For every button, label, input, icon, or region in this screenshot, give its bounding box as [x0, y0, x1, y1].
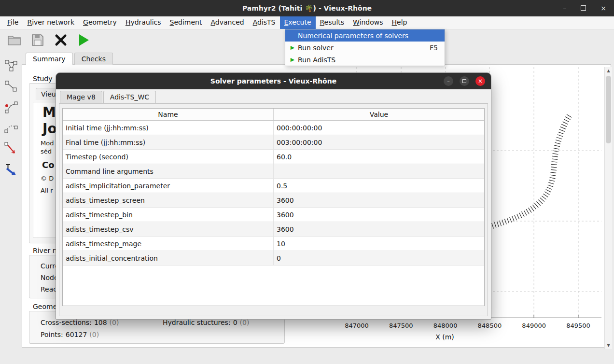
table-row[interactable]: Timestep (second)60.0 [63, 150, 484, 164]
param-name-cell: Command line arguments [63, 164, 274, 179]
dialog-maximize-icon[interactable] [460, 76, 469, 86]
param-name-cell: Initial time (jj:hh:mm:ss) [63, 121, 274, 135]
tab-checks[interactable]: Checks [74, 53, 113, 65]
params-table-body: Initial time (jj:hh:mm:ss)000:00:00:00Fi… [63, 121, 484, 266]
table-row[interactable]: Initial time (jj:hh:mm:ss)000:00:00:00 [63, 121, 484, 135]
menubar-item-results[interactable]: Results [316, 16, 349, 29]
x-tick-label: 849500 [566, 322, 590, 329]
menubar-item-advanced[interactable]: Advanced [206, 16, 248, 29]
run-icon[interactable] [76, 32, 92, 48]
maximize-icon[interactable] [581, 5, 586, 12]
dialog-window-controls: – × [444, 76, 485, 86]
menubar-item-river-network[interactable]: River network [23, 16, 79, 29]
river-network-icon[interactable] [4, 58, 18, 73]
dialog-titlebar[interactable]: Solver parameters - Vieux-Rhône – × [56, 73, 491, 89]
param-value-cell[interactable]: 000:00:00:00 [274, 121, 485, 135]
stat-extra: (0) [240, 319, 250, 326]
dialog-tab-adis-ts-wc[interactable]: Adis-TS_WC [103, 91, 156, 103]
menu-item-label: Numerical parameters of solvers [297, 32, 438, 40]
cross-sections-stat: Cross-sections:108(0) [41, 319, 121, 326]
solver-parameters-dialog: Solver parameters - Vieux-Rhône – × Mage… [56, 72, 491, 320]
x-tick-label: 848500 [478, 322, 502, 329]
river-reaches-line: Reac [41, 285, 57, 293]
stat-value: 0 [233, 319, 237, 326]
param-value-cell[interactable]: 10 [274, 237, 485, 251]
table-row[interactable]: adists_timestep_mage10 [63, 237, 484, 251]
play-icon: ▶ [288, 44, 297, 51]
menubar-item-hydraulics[interactable]: Hydraulics [121, 16, 166, 29]
table-row[interactable]: adists_timestep_screen3600 [63, 193, 484, 208]
stat-value: 108 [94, 319, 107, 326]
menubar-item-execute[interactable]: Execute [280, 16, 316, 29]
table-row[interactable]: Command line arguments [63, 164, 484, 179]
x-tick-label: 847000 [345, 322, 369, 329]
study-subheading: Co [42, 160, 55, 170]
execute-menu: Numerical parameters of solvers▶Run solv… [285, 29, 445, 66]
param-value-cell[interactable]: 0.5 [274, 179, 485, 193]
dialog-tab-mage-v8[interactable]: Mage v8 [60, 91, 102, 103]
param-value-cell[interactable]: 003:00:00:00 [274, 135, 485, 150]
close-icon[interactable]: × [600, 5, 606, 12]
table-row[interactable]: adists_initial_concentration0 [63, 251, 484, 266]
param-value-cell[interactable]: 3600 [274, 193, 485, 208]
stat-label: Hydraulic stuctures: [163, 319, 231, 326]
stat-label: Points: [41, 331, 63, 338]
minimize-icon[interactable]: – [563, 5, 566, 12]
param-value-cell[interactable]: 0 [274, 251, 485, 266]
tab-summary[interactable]: Summary [26, 53, 73, 65]
stat-label: Cross-sections: [41, 319, 92, 326]
window-controls: – × [563, 0, 606, 16]
param-name-cell: adists_timestep_mage [63, 237, 274, 251]
table-header-row: Name Value [63, 109, 484, 121]
x-axis-title: X (m) [288, 333, 601, 341]
adists-arrow-icon[interactable] [4, 162, 18, 177]
menu-item-numerical-parameters-of-solvers[interactable]: Numerical parameters of solvers [285, 29, 445, 42]
reach-icon[interactable] [4, 79, 18, 94]
open-icon[interactable] [7, 32, 22, 48]
dialog-tabbar: Mage v8Adis-TS_WC [60, 91, 157, 103]
menu-item-label: Run solver [297, 44, 430, 52]
menubar-item-file[interactable]: File [3, 16, 23, 29]
geometry-curve-icon[interactable] [4, 121, 18, 135]
study-rights-line: All r [41, 187, 53, 194]
delete-icon[interactable] [53, 32, 69, 48]
hydraulic-structures-stat: Hydraulic stuctures:0(0) [163, 319, 251, 326]
table-row[interactable]: adists_timestep_csv3600 [63, 222, 484, 237]
table-row[interactable]: adists_implicitation_parameter0.5 [63, 179, 484, 193]
menu-item-run-solver[interactable]: ▶Run solverF5 [285, 42, 445, 54]
scroll-down-icon[interactable]: ▼ [607, 343, 610, 348]
menu-item-run-adists[interactable]: ▶Run AdisTS [285, 54, 445, 66]
column-header-name[interactable]: Name [63, 109, 274, 121]
side-toolbar [0, 51, 22, 364]
scroll-thumb[interactable] [606, 76, 611, 143]
menubar-item-geometry[interactable]: Geometry [79, 16, 121, 29]
play-icon: ▶ [288, 56, 297, 63]
dialog-minimize-icon[interactable]: – [444, 76, 453, 86]
river-cross-sections-path [492, 114, 570, 226]
scroll-up-icon[interactable]: ▲ [607, 69, 610, 73]
vertical-scrollbar[interactable]: ▲ ▼ [604, 67, 612, 349]
param-value-cell[interactable]: 3600 [274, 208, 485, 222]
hydrograph-icon[interactable] [4, 141, 18, 156]
column-header-value[interactable]: Value [274, 109, 485, 121]
study-heading-line2: Jo [42, 121, 57, 137]
titlebar[interactable]: Pamhyr2 (Tahiti 🌴) - Vieux-Rhône – × [0, 0, 614, 16]
study-text-line2: séd [41, 148, 52, 155]
param-name-cell: Final time (jj:hh:mm:ss) [63, 135, 274, 150]
node-point-icon[interactable] [4, 100, 18, 114]
table-row[interactable]: Final time (jj:hh:mm:ss)003:00:00:00 [63, 135, 484, 150]
main-tabbar: SummaryChecks [26, 53, 114, 65]
stat-extra: (0) [89, 331, 99, 338]
param-value-cell[interactable]: 60.0 [274, 150, 485, 164]
table-row[interactable]: adists_timestep_bin3600 [63, 208, 484, 222]
dialog-close-icon[interactable]: × [475, 76, 485, 86]
menu-item-shortcut: F5 [430, 44, 442, 52]
param-value-cell[interactable]: 3600 [274, 222, 485, 237]
dialog-title: Solver parameters - Vieux-Rhône [56, 73, 491, 89]
menubar-item-sediment[interactable]: Sediment [166, 16, 207, 29]
menubar-item-help[interactable]: Help [388, 16, 412, 29]
param-value-cell[interactable] [274, 164, 485, 179]
menubar-item-adists[interactable]: AdisTS [249, 16, 280, 29]
menubar-item-windows[interactable]: Windows [349, 16, 388, 29]
save-icon[interactable] [30, 32, 45, 48]
